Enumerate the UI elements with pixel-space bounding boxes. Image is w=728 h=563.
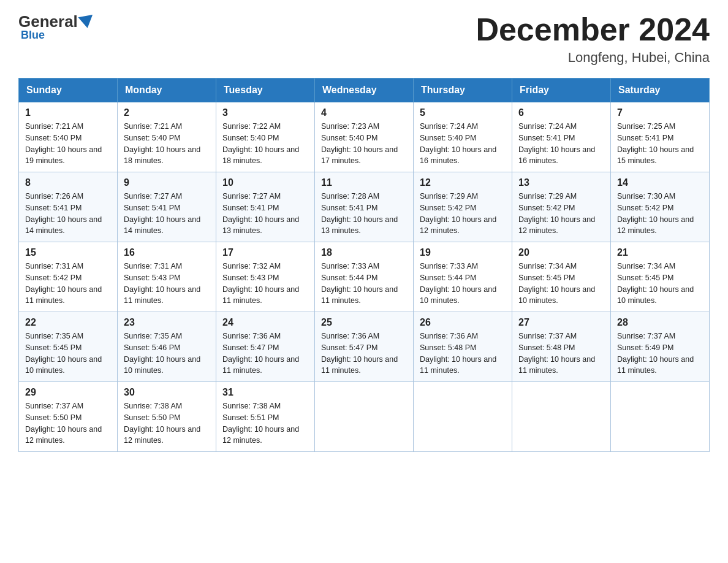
- day-number: 10: [222, 177, 308, 188]
- calendar-cell: 9 Sunrise: 7:27 AM Sunset: 5:41 PM Dayli…: [118, 172, 216, 242]
- day-info: Sunrise: 7:36 AM Sunset: 5:47 PM Dayligh…: [321, 331, 407, 377]
- day-info: Sunrise: 7:37 AM Sunset: 5:50 PM Dayligh…: [25, 400, 111, 446]
- calendar-cell: 29 Sunrise: 7:37 AM Sunset: 5:50 PM Dayl…: [19, 382, 118, 452]
- logo-blue-text: Blue: [21, 29, 45, 42]
- calendar-cell: 28 Sunrise: 7:37 AM Sunset: 5:49 PM Dayl…: [611, 312, 710, 382]
- day-info: Sunrise: 7:38 AM Sunset: 5:50 PM Dayligh…: [124, 400, 210, 446]
- calendar-cell: [315, 382, 414, 452]
- day-info: Sunrise: 7:26 AM Sunset: 5:41 PM Dayligh…: [25, 191, 111, 237]
- calendar-cell: 20 Sunrise: 7:34 AM Sunset: 5:45 PM Dayl…: [512, 242, 611, 312]
- day-number: 17: [222, 247, 308, 258]
- calendar-cell: 8 Sunrise: 7:26 AM Sunset: 5:41 PM Dayli…: [19, 172, 118, 242]
- title-block: December 2024 Longfeng, Hubei, China: [476, 12, 710, 66]
- month-title: December 2024: [476, 12, 710, 47]
- calendar-cell: 7 Sunrise: 7:25 AM Sunset: 5:41 PM Dayli…: [611, 102, 710, 172]
- day-info: Sunrise: 7:33 AM Sunset: 5:44 PM Dayligh…: [420, 261, 506, 307]
- calendar-cell: 1 Sunrise: 7:21 AM Sunset: 5:40 PM Dayli…: [19, 102, 118, 172]
- day-number: 1: [25, 107, 111, 118]
- day-number: 7: [617, 107, 703, 118]
- day-info: Sunrise: 7:33 AM Sunset: 5:44 PM Dayligh…: [321, 261, 407, 307]
- calendar-cell: 31 Sunrise: 7:38 AM Sunset: 5:51 PM Dayl…: [216, 382, 315, 452]
- week-row-5: 29 Sunrise: 7:37 AM Sunset: 5:50 PM Dayl…: [19, 382, 710, 452]
- day-number: 4: [321, 107, 407, 118]
- calendar-cell: [611, 382, 710, 452]
- day-info: Sunrise: 7:22 AM Sunset: 5:40 PM Dayligh…: [222, 121, 308, 167]
- header-saturday: Saturday: [611, 79, 710, 102]
- day-number: 21: [617, 247, 703, 258]
- day-info: Sunrise: 7:29 AM Sunset: 5:42 PM Dayligh…: [518, 191, 604, 237]
- calendar-header-row: Sunday Monday Tuesday Wednesday Thursday…: [19, 79, 710, 102]
- logo: General Blue: [18, 12, 95, 42]
- day-number: 12: [420, 177, 506, 188]
- week-row-4: 22 Sunrise: 7:35 AM Sunset: 5:45 PM Dayl…: [19, 312, 710, 382]
- day-info: Sunrise: 7:36 AM Sunset: 5:48 PM Dayligh…: [420, 331, 506, 377]
- calendar-cell: 22 Sunrise: 7:35 AM Sunset: 5:45 PM Dayl…: [19, 312, 118, 382]
- day-number: 5: [420, 107, 506, 118]
- header-friday: Friday: [512, 79, 611, 102]
- calendar-cell: 5 Sunrise: 7:24 AM Sunset: 5:40 PM Dayli…: [414, 102, 512, 172]
- calendar-cell: [512, 382, 611, 452]
- day-number: 14: [617, 177, 703, 188]
- day-number: 15: [25, 247, 111, 258]
- day-number: 19: [420, 247, 506, 258]
- day-number: 2: [124, 107, 210, 118]
- header-wednesday: Wednesday: [315, 79, 414, 102]
- day-number: 26: [420, 317, 506, 328]
- day-info: Sunrise: 7:37 AM Sunset: 5:48 PM Dayligh…: [518, 331, 604, 377]
- calendar-cell: 11 Sunrise: 7:28 AM Sunset: 5:41 PM Dayl…: [315, 172, 414, 242]
- day-info: Sunrise: 7:24 AM Sunset: 5:41 PM Dayligh…: [518, 121, 604, 167]
- calendar-cell: 15 Sunrise: 7:31 AM Sunset: 5:42 PM Dayl…: [19, 242, 118, 312]
- day-info: Sunrise: 7:34 AM Sunset: 5:45 PM Dayligh…: [617, 261, 703, 307]
- logo-triangle-icon: [78, 15, 94, 29]
- header-monday: Monday: [118, 79, 216, 102]
- calendar-cell: 24 Sunrise: 7:36 AM Sunset: 5:47 PM Dayl…: [216, 312, 315, 382]
- calendar-cell: 14 Sunrise: 7:30 AM Sunset: 5:42 PM Dayl…: [611, 172, 710, 242]
- calendar-cell: 12 Sunrise: 7:29 AM Sunset: 5:42 PM Dayl…: [414, 172, 512, 242]
- day-number: 27: [518, 317, 604, 328]
- day-number: 31: [222, 387, 308, 398]
- calendar-cell: 3 Sunrise: 7:22 AM Sunset: 5:40 PM Dayli…: [216, 102, 315, 172]
- calendar-cell: 19 Sunrise: 7:33 AM Sunset: 5:44 PM Dayl…: [414, 242, 512, 312]
- day-number: 9: [124, 177, 210, 188]
- calendar-cell: 2 Sunrise: 7:21 AM Sunset: 5:40 PM Dayli…: [118, 102, 216, 172]
- day-info: Sunrise: 7:21 AM Sunset: 5:40 PM Dayligh…: [25, 121, 111, 167]
- day-info: Sunrise: 7:21 AM Sunset: 5:40 PM Dayligh…: [124, 121, 210, 167]
- calendar-cell: 18 Sunrise: 7:33 AM Sunset: 5:44 PM Dayl…: [315, 242, 414, 312]
- day-number: 18: [321, 247, 407, 258]
- day-number: 11: [321, 177, 407, 188]
- day-number: 28: [617, 317, 703, 328]
- calendar-cell: [414, 382, 512, 452]
- day-number: 8: [25, 177, 111, 188]
- day-info: Sunrise: 7:23 AM Sunset: 5:40 PM Dayligh…: [321, 121, 407, 167]
- day-info: Sunrise: 7:24 AM Sunset: 5:40 PM Dayligh…: [420, 121, 506, 167]
- calendar-table: Sunday Monday Tuesday Wednesday Thursday…: [18, 78, 710, 452]
- calendar-cell: 17 Sunrise: 7:32 AM Sunset: 5:43 PM Dayl…: [216, 242, 315, 312]
- day-number: 3: [222, 107, 308, 118]
- day-info: Sunrise: 7:30 AM Sunset: 5:42 PM Dayligh…: [617, 191, 703, 237]
- calendar-cell: 26 Sunrise: 7:36 AM Sunset: 5:48 PM Dayl…: [414, 312, 512, 382]
- calendar-cell: 27 Sunrise: 7:37 AM Sunset: 5:48 PM Dayl…: [512, 312, 611, 382]
- day-info: Sunrise: 7:34 AM Sunset: 5:45 PM Dayligh…: [518, 261, 604, 307]
- day-info: Sunrise: 7:31 AM Sunset: 5:42 PM Dayligh…: [25, 261, 111, 307]
- calendar-cell: 25 Sunrise: 7:36 AM Sunset: 5:47 PM Dayl…: [315, 312, 414, 382]
- day-info: Sunrise: 7:27 AM Sunset: 5:41 PM Dayligh…: [222, 191, 308, 237]
- calendar-cell: 16 Sunrise: 7:31 AM Sunset: 5:43 PM Dayl…: [118, 242, 216, 312]
- calendar-cell: 21 Sunrise: 7:34 AM Sunset: 5:45 PM Dayl…: [611, 242, 710, 312]
- header-tuesday: Tuesday: [216, 79, 315, 102]
- day-number: 29: [25, 387, 111, 398]
- day-number: 13: [518, 177, 604, 188]
- location-title: Longfeng, Hubei, China: [476, 50, 710, 66]
- calendar-cell: 23 Sunrise: 7:35 AM Sunset: 5:46 PM Dayl…: [118, 312, 216, 382]
- day-info: Sunrise: 7:29 AM Sunset: 5:42 PM Dayligh…: [420, 191, 506, 237]
- calendar-cell: 10 Sunrise: 7:27 AM Sunset: 5:41 PM Dayl…: [216, 172, 315, 242]
- calendar-cell: 6 Sunrise: 7:24 AM Sunset: 5:41 PM Dayli…: [512, 102, 611, 172]
- header-thursday: Thursday: [414, 79, 512, 102]
- day-number: 25: [321, 317, 407, 328]
- day-info: Sunrise: 7:35 AM Sunset: 5:45 PM Dayligh…: [25, 331, 111, 377]
- calendar-cell: 4 Sunrise: 7:23 AM Sunset: 5:40 PM Dayli…: [315, 102, 414, 172]
- day-number: 22: [25, 317, 111, 328]
- page-header: General Blue December 2024 Longfeng, Hub…: [18, 12, 710, 66]
- calendar-cell: 30 Sunrise: 7:38 AM Sunset: 5:50 PM Dayl…: [118, 382, 216, 452]
- day-info: Sunrise: 7:38 AM Sunset: 5:51 PM Dayligh…: [222, 400, 308, 446]
- day-info: Sunrise: 7:35 AM Sunset: 5:46 PM Dayligh…: [124, 331, 210, 377]
